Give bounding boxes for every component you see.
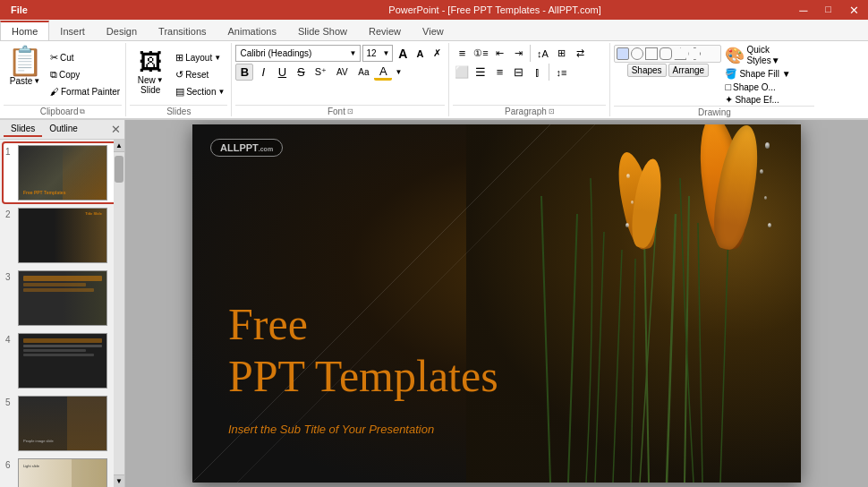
shapes-button[interactable]: Shapes	[627, 64, 667, 77]
char-spacing-button[interactable]: AV	[331, 64, 353, 81]
justify-button[interactable]: ⊟	[509, 64, 527, 81]
shape-effects-button[interactable]: ✦ Shape Ef...	[725, 94, 814, 106]
title-bar: File PowerPoint - [Free PPT Templates - …	[0, 0, 868, 20]
layout-button[interactable]: ⊞ Layout ▼	[173, 50, 227, 66]
decrease-indent-button[interactable]: ⇤	[490, 45, 508, 62]
paste-button[interactable]: 📋 Paste ▼	[4, 45, 47, 105]
layout-dropdown-icon[interactable]: ▼	[214, 54, 221, 62]
text-direction-button[interactable]: ↕A	[533, 45, 551, 62]
slide-2-text: Title Slide	[85, 211, 102, 216]
scrollbar-thumb[interactable]	[115, 156, 123, 183]
line-spacing-button[interactable]: ↕≡	[552, 64, 570, 81]
file-tab-button[interactable]: File	[0, 0, 38, 20]
change-case-button[interactable]: Aa	[353, 64, 373, 81]
slide-thumb-3[interactable]: 3	[4, 269, 121, 328]
clear-format-button[interactable]: ✗	[429, 45, 445, 62]
layout-label: Layout	[185, 53, 212, 63]
slides-list: 1 Free PPT Templates 2 Title Slide 3	[0, 140, 124, 487]
slide-3-content	[23, 276, 102, 320]
drawing-group-label: Drawing	[698, 107, 731, 117]
align-text-button[interactable]: ⊞	[552, 45, 570, 62]
font-size-dropdown[interactable]: 12 ▼	[362, 45, 393, 62]
section-button[interactable]: ▤ Section ▼	[173, 84, 227, 100]
tab-home[interactable]: Home	[0, 21, 49, 40]
font-name-dropdown[interactable]: Calibri (Headings) ▼	[235, 45, 361, 62]
slide-1-text: Free PPT Templates	[23, 190, 65, 195]
underline-button[interactable]: U	[273, 64, 291, 81]
new-slide-button[interactable]: 🖼 New ▼ Slide	[130, 45, 171, 100]
outline-tab[interactable]: Outline	[42, 122, 85, 137]
minimize-button[interactable]: ─	[790, 4, 816, 17]
shape-swatch[interactable]	[660, 47, 672, 60]
reset-button[interactable]: ↺ Reset	[173, 67, 227, 83]
tab-view[interactable]: View	[412, 22, 455, 40]
shape-outline-button[interactable]: □ Shape O...	[725, 81, 814, 92]
align-center-button[interactable]: ☰	[472, 64, 489, 81]
arrange-button[interactable]: Arrange	[668, 64, 710, 77]
format-painter-icon: 🖌	[50, 87, 59, 97]
clipboard-expand-icon[interactable]: ⧉	[80, 107, 85, 116]
shape-fill-label: Shape Fill ▼	[739, 69, 790, 79]
slide-4-bar1	[23, 338, 102, 343]
font-size-arrow: ▼	[383, 49, 390, 57]
scrollbar-down-button[interactable]: ▼	[114, 474, 124, 487]
paste-dropdown-icon[interactable]: ▼	[33, 77, 40, 85]
slide-thumb-6[interactable]: 6 Light slide	[4, 457, 121, 487]
cut-button[interactable]: ✂Cut	[48, 50, 122, 66]
tab-animations[interactable]: Animations	[217, 22, 287, 40]
shape-swatch[interactable]	[688, 47, 701, 60]
font-color-dropdown[interactable]: ▼	[393, 64, 404, 81]
close-button[interactable]: ✕	[840, 4, 868, 17]
format-painter-button[interactable]: 🖌Format Painter	[48, 84, 122, 100]
italic-button[interactable]: I	[254, 64, 272, 81]
flower-right	[702, 124, 774, 295]
quick-styles-button[interactable]: 🎨 QuickStyles▼	[725, 45, 814, 66]
slide-thumb-2[interactable]: 2 Title Slide	[4, 206, 121, 265]
slide-canvas[interactable]: ALLPPT.com Free PPT Templates Insert the…	[192, 124, 801, 483]
ribbon-tab-bar: Home Insert Design Transitions Animation…	[0, 20, 868, 41]
align-left-button[interactable]: ⬜	[453, 64, 471, 81]
slide-thumb-4[interactable]: 4	[4, 331, 121, 390]
shape-swatch[interactable]	[631, 47, 643, 60]
text-shadow-button[interactable]: S⁺	[311, 64, 330, 81]
copy-button[interactable]: ⧉Copy	[48, 67, 122, 83]
tab-insert[interactable]: Insert	[49, 22, 96, 40]
shape-fill-button[interactable]: 🪣 Shape Fill ▼	[725, 68, 814, 80]
section-icon: ▤	[175, 86, 184, 98]
numbering-button[interactable]: ①≡	[472, 45, 489, 62]
shape-swatch[interactable]	[645, 47, 658, 60]
slide-panel-header: Slides Outline ✕	[0, 120, 124, 140]
bold-button[interactable]: B	[235, 64, 253, 81]
new-slide-dropdown-icon[interactable]: ▼	[157, 76, 164, 84]
font-expand-icon[interactable]: ⊡	[347, 107, 353, 115]
slide-thumb-5[interactable]: 5 People image slide	[4, 394, 121, 453]
para-expand-icon[interactable]: ⊡	[549, 107, 555, 115]
tab-review[interactable]: Review	[358, 22, 412, 40]
shape-swatch[interactable]	[617, 47, 629, 60]
font-shrink-button[interactable]: A	[412, 45, 428, 62]
align-right-button[interactable]: ≡	[490, 64, 508, 81]
font-color-button[interactable]: A	[374, 64, 392, 81]
increase-indent-button[interactable]: ⇥	[509, 45, 527, 62]
shape-swatch[interactable]	[674, 47, 686, 60]
clipboard-group: 📋 Paste ▼ ✂Cut ⧉Copy 🖌Format Painter	[0, 43, 126, 116]
scrollbar-up-button[interactable]: ▲	[114, 140, 124, 152]
strikethrough-button[interactable]: S	[292, 64, 310, 81]
columns-button[interactable]: ⫿	[528, 64, 546, 81]
maximize-button[interactable]: □	[816, 4, 840, 17]
slide-title-main: Free PPT Templates	[228, 299, 498, 402]
font-grow-button[interactable]: A	[395, 45, 411, 62]
convert-smartart-button[interactable]: ⇄	[571, 45, 589, 62]
reset-icon: ↺	[175, 69, 183, 81]
slide-num-5: 5	[5, 397, 14, 407]
bullets-button[interactable]: ≡	[453, 45, 471, 62]
svg-line-3	[568, 214, 577, 483]
slide-preview-5: People image slide	[18, 396, 107, 451]
tab-slideshow[interactable]: Slide Show	[287, 22, 358, 40]
tab-design[interactable]: Design	[96, 22, 148, 40]
slide-thumb-1[interactable]: 1 Free PPT Templates	[4, 143, 121, 202]
section-dropdown-icon[interactable]: ▼	[218, 88, 226, 96]
panel-close-button[interactable]: ✕	[111, 123, 121, 136]
tab-transitions[interactable]: Transitions	[148, 22, 217, 40]
slides-tab[interactable]: Slides	[4, 122, 42, 137]
